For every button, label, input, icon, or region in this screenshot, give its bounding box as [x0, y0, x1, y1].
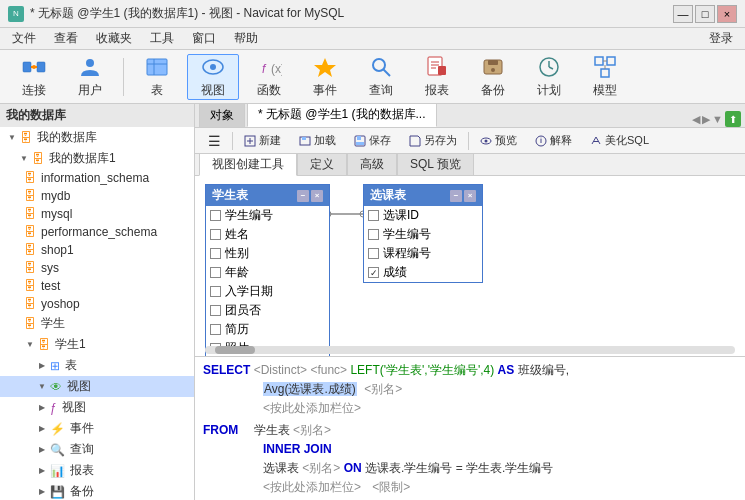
beautify-btn[interactable]: 美化SQL: [583, 130, 656, 151]
menu-window[interactable]: 窗口: [184, 28, 224, 49]
menu-view[interactable]: 查看: [46, 28, 86, 49]
connect-button[interactable]: 连接: [8, 54, 60, 100]
backup-button[interactable]: 备份: [467, 54, 519, 100]
tw-row-xm[interactable]: 姓名: [206, 225, 329, 244]
tree-item-test[interactable]: 🗄 test: [0, 277, 194, 295]
title-bar: N * 无标题 @学生1 (我的数据库1) - 视图 - Navicat for…: [0, 0, 745, 28]
func-button[interactable]: f (x) 函数: [243, 54, 295, 100]
menu-icon-btn[interactable]: ☰: [201, 130, 228, 152]
sql-add-cond[interactable]: <按此处添加栏位>: [263, 480, 361, 494]
minimize-button[interactable]: —: [673, 5, 693, 23]
tree-item-backups[interactable]: ▶ 💾 备份: [0, 481, 194, 500]
tw-row-rxrq[interactable]: 入学日期: [206, 282, 329, 301]
share-icon[interactable]: ⬆: [725, 111, 741, 127]
tree-item-mysql[interactable]: 🗄 mysql: [0, 205, 194, 223]
maximize-button[interactable]: □: [695, 5, 715, 23]
menu-tools[interactable]: 工具: [142, 28, 182, 49]
student-table-minimize[interactable]: −: [297, 190, 309, 202]
tree-item-yoshop[interactable]: 🗄 yoshop: [0, 295, 194, 313]
tree-item-views[interactable]: ▼ 👁 视图: [0, 376, 194, 397]
tw-row-xb[interactable]: 性别: [206, 244, 329, 263]
tree-item-mydb-root[interactable]: ▼ 🗄 我的数据库: [0, 127, 194, 148]
model-icon: [591, 54, 619, 80]
close-button[interactable]: ×: [717, 5, 737, 23]
scroll-left-icon[interactable]: ◀: [692, 113, 700, 126]
explain-btn[interactable]: 解释: [528, 130, 579, 151]
menu-favorites[interactable]: 收藏夹: [88, 28, 140, 49]
tree-item-sys[interactable]: 🗄 sys: [0, 259, 194, 277]
view-tab-advanced[interactable]: 高级: [347, 153, 397, 176]
tab-view-editor[interactable]: * 无标题 @学生1 (我的数据库...: [247, 104, 437, 127]
tab-menu-icon[interactable]: ▼: [712, 113, 723, 125]
event-button[interactable]: 事件: [299, 54, 351, 100]
tw-check-nl[interactable]: [210, 267, 221, 278]
preview-btn[interactable]: 预览: [473, 130, 524, 151]
course-table-minimize[interactable]: −: [450, 190, 462, 202]
course-table-header[interactable]: 选课表 − ×: [364, 185, 482, 206]
tree-label-mydb-root: 我的数据库: [37, 129, 97, 146]
report-button[interactable]: 报表: [411, 54, 463, 100]
tree-item-events[interactable]: ▶ ⚡ 事件: [0, 418, 194, 439]
view-button[interactable]: 视图: [187, 54, 239, 100]
model-label: 模型: [593, 82, 617, 99]
menu-file[interactable]: 文件: [4, 28, 44, 49]
schedule-button[interactable]: 计划: [523, 54, 575, 100]
user-button[interactable]: 用户: [64, 54, 116, 100]
tw-check-kcbh[interactable]: [368, 248, 379, 259]
tree-item-queries[interactable]: ▶ 🔍 查询: [0, 439, 194, 460]
tw-field-nl: 年龄: [225, 264, 249, 281]
table-label: 表: [151, 82, 163, 99]
login-button[interactable]: 登录: [701, 28, 741, 49]
explain-icon: [535, 135, 547, 147]
tab-objects[interactable]: 对象: [199, 104, 245, 127]
canvas-scrollbar[interactable]: [205, 346, 735, 354]
tw-row-kcbh[interactable]: 课程编号: [364, 244, 482, 263]
tw-check-jl[interactable]: [210, 324, 221, 335]
tw-row-xsbh2[interactable]: 学生编号: [364, 225, 482, 244]
tw-row-cj[interactable]: ✓ 成绩: [364, 263, 482, 282]
app-icon: N: [8, 6, 24, 22]
student-table-close[interactable]: ×: [311, 190, 323, 202]
sql-add-field[interactable]: <按此处添加栏位>: [263, 401, 361, 415]
menu-help[interactable]: 帮助: [226, 28, 266, 49]
tw-check-tyf[interactable]: [210, 305, 221, 316]
tree-item-funcs[interactable]: ▶ ƒ 视图: [0, 397, 194, 418]
tw-check-xkid[interactable]: [368, 210, 379, 221]
tw-row-xsbh[interactable]: 学生编号: [206, 206, 329, 225]
table-button[interactable]: 表: [131, 54, 183, 100]
tw-check-rxrq[interactable]: [210, 286, 221, 297]
student-table-header[interactable]: 学生表 − ×: [206, 185, 329, 206]
course-table-close[interactable]: ×: [464, 190, 476, 202]
student-table-widget: 学生表 − × 学生编号 姓名: [205, 184, 330, 356]
new-btn[interactable]: 新建: [237, 130, 288, 151]
canvas-area[interactable]: 学生表 − × 学生编号 姓名: [195, 176, 745, 356]
tree-item-shop1[interactable]: 🗄 shop1: [0, 241, 194, 259]
view-tab-builder[interactable]: 视图创建工具: [199, 153, 297, 176]
tw-row-tyf[interactable]: 团员否: [206, 301, 329, 320]
tw-check-xm[interactable]: [210, 229, 221, 240]
tree-item-perf[interactable]: 🗄 performance_schema: [0, 223, 194, 241]
load-btn[interactable]: 加载: [292, 130, 343, 151]
tw-row-nl[interactable]: 年龄: [206, 263, 329, 282]
tw-row-xkid[interactable]: 选课ID: [364, 206, 482, 225]
tree-item-mydb1[interactable]: ▼ 🗄 我的数据库1: [0, 148, 194, 169]
tree-item-xsheng[interactable]: 🗄 学生: [0, 313, 194, 334]
saveas-btn[interactable]: 另存为: [402, 130, 464, 151]
tree-item-infos[interactable]: 🗄 information_schema: [0, 169, 194, 187]
scroll-right-icon[interactable]: ▶: [702, 113, 710, 126]
query-button[interactable]: 查询: [355, 54, 407, 100]
tree-item-reports[interactable]: ▶ 📊 报表: [0, 460, 194, 481]
tw-check-xsbh2[interactable]: [368, 229, 379, 240]
tree-item-xsheng1[interactable]: ▼ 🗄 学生1: [0, 334, 194, 355]
tree-item-mydb[interactable]: 🗄 mydb: [0, 187, 194, 205]
tw-check-xsbh[interactable]: [210, 210, 221, 221]
model-button[interactable]: 模型: [579, 54, 631, 100]
save-btn[interactable]: 保存: [347, 130, 398, 151]
tw-row-jl[interactable]: 简历: [206, 320, 329, 339]
tw-check-cj[interactable]: ✓: [368, 267, 379, 278]
view-tab-def[interactable]: 定义: [297, 153, 347, 176]
tree-item-tables[interactable]: ▶ ⊞ 表: [0, 355, 194, 376]
tw-check-xb[interactable]: [210, 248, 221, 259]
view-tab-sql[interactable]: SQL 预览: [397, 153, 474, 176]
sql-avg-func[interactable]: Avg(选课表.成绩): [263, 382, 357, 396]
